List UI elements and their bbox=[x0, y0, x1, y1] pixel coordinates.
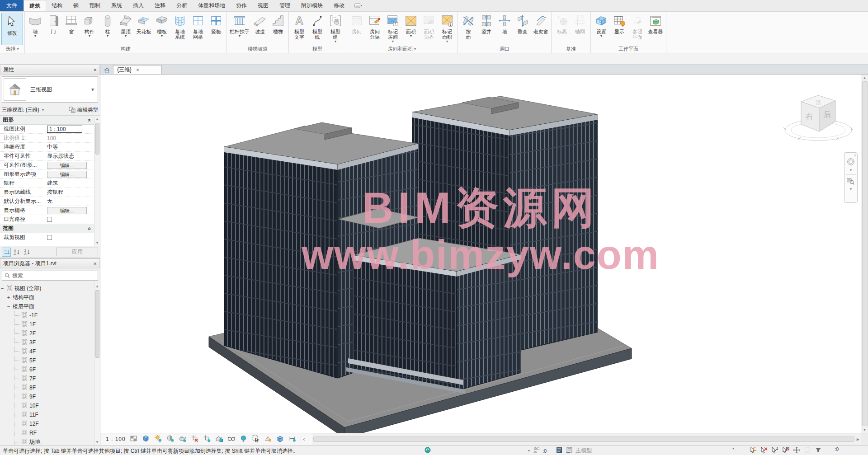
scroll-right-icon[interactable]: ▶ bbox=[855, 437, 861, 441]
opening-by-face-button[interactable]: 按 面 bbox=[459, 13, 477, 45]
chevron-down-icon[interactable]: ▾ bbox=[88, 86, 98, 93]
project-browser-header[interactable]: 项目浏览器 - 项目1.rvt × bbox=[0, 258, 100, 268]
show-workplane-button[interactable]: 显示 bbox=[610, 13, 628, 45]
collapse-view-bar-icon[interactable]: ‹ bbox=[301, 435, 307, 443]
property-row[interactable]: 显示栅格编辑... bbox=[0, 206, 94, 215]
property-row[interactable]: 视图比例1 : 100 bbox=[0, 125, 94, 134]
scrollbar-thumb[interactable] bbox=[862, 81, 868, 426]
ribbon-tab-10[interactable]: 视图 bbox=[252, 0, 274, 11]
curtain-grid-button[interactable]: 幕墙 网格 bbox=[189, 13, 207, 45]
window-button[interactable]: 窗 bbox=[62, 13, 80, 45]
vertical-opening-button[interactable]: 垂直 bbox=[514, 13, 532, 45]
wall-button[interactable]: 墙▾ bbox=[26, 13, 44, 45]
property-row[interactable]: 比例值 1:100 bbox=[0, 134, 94, 143]
viewcube[interactable]: 顶 右 后 bbox=[779, 90, 856, 146]
collapse-section-icon[interactable]: « bbox=[87, 227, 93, 230]
property-row[interactable]: 默认分析显示...无 bbox=[0, 197, 94, 206]
vertical-scrollbar[interactable]: ▲ ▼ bbox=[861, 75, 868, 433]
ribbon-tab-3[interactable]: 预制 bbox=[84, 0, 106, 11]
edit-button[interactable]: 编辑... bbox=[47, 207, 87, 214]
sort-ascending-button[interactable]: AZ bbox=[12, 248, 21, 257]
home-icon[interactable] bbox=[102, 66, 111, 74]
file-menu-button[interactable]: 文件 bbox=[0, 0, 24, 11]
scrollbar-thumb[interactable] bbox=[95, 123, 99, 155]
property-section-header[interactable]: 图形« bbox=[0, 116, 94, 125]
tree-root[interactable]: −视图 (全部) bbox=[0, 284, 94, 293]
scrollbar-thumb[interactable] bbox=[313, 436, 854, 442]
close-icon[interactable]: × bbox=[136, 67, 139, 73]
drawing-area[interactable]: BIM资源网 www.bimzyw.com 顶 右 后 × bbox=[100, 75, 861, 433]
visual-style-button[interactable] bbox=[142, 435, 150, 443]
active-workset-icon[interactable] bbox=[566, 446, 573, 455]
sort-default-button[interactable] bbox=[2, 248, 11, 257]
analytical-model-button[interactable] bbox=[264, 435, 272, 443]
tree-item-7F[interactable]: 7F bbox=[14, 374, 94, 383]
tree-item-6F[interactable]: 6F bbox=[14, 365, 94, 374]
wall-opening-button[interactable]: 墙 bbox=[495, 13, 514, 45]
edit-button[interactable]: 编辑... bbox=[47, 171, 87, 178]
ribbon-group-label[interactable]: 楼梯坡道 bbox=[227, 45, 288, 53]
horizontal-scrollbar[interactable]: ▶ bbox=[312, 433, 861, 445]
tree-item-1F[interactable]: 1F bbox=[14, 320, 94, 329]
ribbon-group-label[interactable]: 基准 bbox=[552, 45, 590, 53]
ribbon-collapse-icon[interactable] bbox=[354, 0, 363, 11]
scroll-down-icon[interactable]: ▼ bbox=[863, 427, 867, 433]
property-row[interactable]: 图形显示选项编辑... bbox=[0, 170, 94, 179]
select-by-face-icon[interactable] bbox=[782, 446, 789, 455]
select-group-label[interactable]: 选择▾ bbox=[0, 45, 24, 53]
tree-item-5F[interactable]: 5F bbox=[14, 356, 94, 365]
ribbon-tab-12[interactable]: 附加模块 bbox=[296, 0, 328, 11]
ribbon-group-label[interactable]: 模型 bbox=[289, 45, 346, 53]
tree-item-9F[interactable]: 9F bbox=[14, 392, 94, 401]
mullion-button[interactable]: 竖梃 bbox=[207, 13, 225, 45]
drag-on-selection-icon[interactable] bbox=[793, 446, 800, 455]
scroll-up-icon[interactable]: ▲ bbox=[95, 116, 99, 122]
model-group-button[interactable]: 模型 组▾ bbox=[326, 13, 344, 45]
properties-header[interactable]: 属性 × bbox=[0, 65, 100, 75]
browser-scrollbar[interactable]: ▲ ▼ bbox=[94, 283, 100, 445]
ribbon-tab-9[interactable]: 协作 bbox=[231, 0, 252, 11]
temporary-view-button[interactable] bbox=[252, 435, 260, 443]
ribbon-tab-6[interactable]: 注释 bbox=[149, 0, 171, 11]
view-scale-button[interactable]: 1 : 100 bbox=[106, 436, 126, 442]
reveal-hidden-button[interactable] bbox=[227, 435, 236, 443]
close-icon[interactable]: × bbox=[854, 154, 856, 157]
collapse-icon[interactable]: − bbox=[6, 304, 11, 309]
chevron-down-icon[interactable]: ▾ bbox=[850, 168, 852, 172]
select-links-icon[interactable] bbox=[750, 446, 757, 455]
shadows-button[interactable] bbox=[166, 435, 175, 443]
ribbon-group-label[interactable]: 构建 bbox=[25, 45, 226, 53]
ceiling-button[interactable]: 天花板 bbox=[135, 13, 153, 45]
render-button[interactable] bbox=[179, 435, 187, 443]
model-text-button[interactable]: A模型 文字 bbox=[290, 13, 308, 45]
edit-type-button[interactable]: 编辑类型 bbox=[69, 106, 98, 113]
checkbox[interactable] bbox=[47, 235, 52, 240]
viewer-button[interactable]: 查看器 bbox=[646, 13, 665, 45]
area-button[interactable]: 面积▾ bbox=[402, 13, 420, 45]
property-row[interactable]: 零件可见性显示原状态 bbox=[0, 152, 94, 161]
door-button[interactable]: 门 bbox=[44, 13, 62, 45]
room-separator-button[interactable]: 房间 分隔 bbox=[366, 13, 384, 45]
sort-descending-button[interactable]: ZA bbox=[23, 248, 32, 257]
ribbon-tab-2[interactable]: 钢 bbox=[68, 0, 84, 11]
property-row[interactable]: 日光路径 bbox=[0, 215, 94, 224]
ribbon-tab-0[interactable]: 建筑 bbox=[24, 0, 46, 11]
component-button[interactable]: 构件▾ bbox=[80, 13, 99, 45]
ribbon-tab-13[interactable]: 修改 bbox=[328, 0, 350, 11]
ribbon-tab-8[interactable]: 体量和场地 bbox=[193, 0, 231, 11]
tree-item-场地[interactable]: 场地 bbox=[14, 437, 94, 445]
tree-item-3F[interactable]: 3F bbox=[14, 338, 94, 347]
design-options-dropdown[interactable]: ▾ bbox=[732, 446, 734, 450]
value-input[interactable]: 1 : 100 bbox=[47, 126, 82, 133]
ribbon-tab-4[interactable]: 系统 bbox=[106, 0, 127, 11]
collapse-section-icon[interactable]: « bbox=[87, 118, 93, 122]
property-row[interactable]: 详细程度中等 bbox=[0, 143, 94, 152]
property-row[interactable]: 裁剪视图 bbox=[0, 233, 94, 242]
crop-view-button[interactable] bbox=[191, 435, 199, 443]
scroll-down-icon[interactable]: ▼ bbox=[95, 439, 99, 445]
constraints-button[interactable] bbox=[288, 435, 297, 443]
collapse-icon[interactable]: − bbox=[0, 286, 5, 291]
shaft-button[interactable]: 竖井 bbox=[477, 13, 495, 45]
steering-wheel-icon[interactable] bbox=[846, 157, 856, 167]
displacement-button[interactable] bbox=[276, 435, 284, 443]
